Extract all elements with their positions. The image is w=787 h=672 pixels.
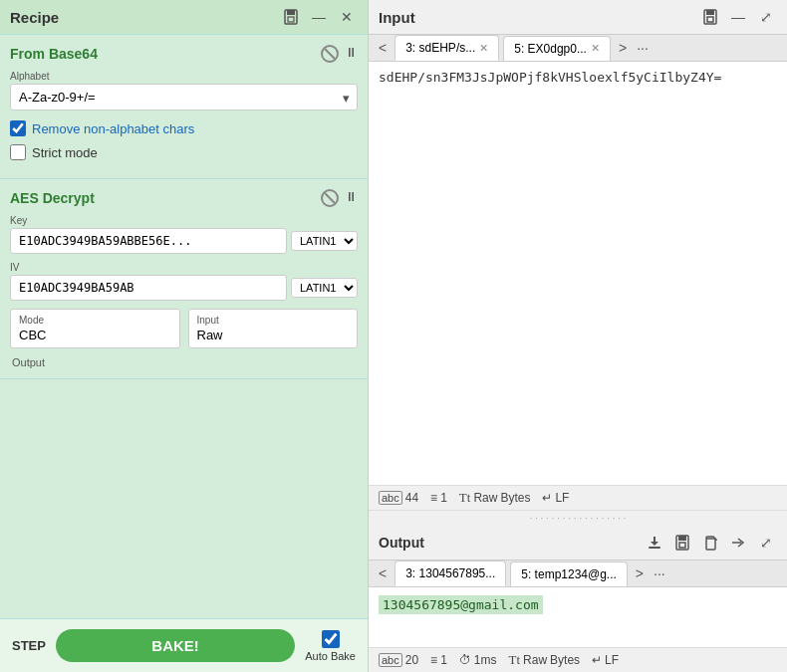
input-tabs-bar: < 3: sdEHP/s... ✕ 5: EX0dgp0... ✕ > ···	[369, 35, 787, 62]
input-tab-next[interactable]: >	[613, 36, 633, 60]
bottom-bar: STEP BAKE! Auto Bake	[0, 618, 368, 672]
pause-icon[interactable]: ⏸	[345, 45, 358, 63]
output-download-icon[interactable]	[644, 532, 665, 554]
key-field-group: Key LATIN1	[10, 215, 358, 254]
output-char-count: 20	[405, 653, 418, 667]
output-title: Output	[379, 535, 424, 551]
auto-bake-label[interactable]: Auto Bake	[305, 650, 356, 662]
output-content-area: 1304567895@gmail.com	[369, 587, 787, 647]
output-copy-icon[interactable]	[699, 532, 721, 554]
remove-nonalpha-label[interactable]: Remove non-alphabet chars	[32, 121, 194, 136]
iv-label: IV	[10, 262, 358, 273]
output-value: 1304567895@gmail.com	[379, 595, 543, 614]
key-label: Key	[10, 215, 358, 226]
svg-rect-8	[678, 536, 686, 541]
aes-header: AES Decrypt ⏸	[10, 189, 358, 207]
strict-mode-label[interactable]: Strict mode	[32, 145, 98, 160]
input-bytes-label: Bytes	[500, 491, 530, 505]
output-expand-icon[interactable]: ⤢	[755, 532, 777, 554]
output-save-icon[interactable]	[671, 532, 693, 554]
alphabet-select[interactable]: A-Za-z0-9+/=	[10, 84, 358, 111]
key-input[interactable]	[10, 228, 287, 254]
output-stat-lf: ↵ LF	[592, 653, 619, 667]
output-lf-icon: ↵	[592, 653, 602, 667]
output-time: 1ms	[474, 653, 497, 667]
mode-value: CBC	[19, 328, 171, 342]
input-value: Raw	[197, 328, 350, 342]
aes-disable-icon[interactable]	[321, 189, 339, 207]
strict-mode-checkbox[interactable]	[10, 144, 26, 160]
output-tt-icon: Tt	[508, 652, 520, 668]
output-tab-next[interactable]: >	[630, 561, 650, 585]
svg-rect-5	[707, 17, 713, 22]
right-panel: Input — ⤢ < 3: sdEHP/s... ✕ 5: EX0dgp0..…	[369, 0, 787, 672]
iv-input-row: LATIN1	[10, 275, 358, 301]
output-label: Output	[10, 356, 358, 368]
aes-pause-icon[interactable]: ⏸	[345, 189, 358, 207]
input-minimize-icon[interactable]: —	[727, 6, 749, 28]
auto-bake-checkbox[interactable]	[322, 630, 340, 648]
bake-button[interactable]: BAKE!	[56, 629, 295, 662]
divider-dots: · · · · · · · · · · · · · · · · · ·	[369, 511, 787, 526]
aes-icons: ⏸	[321, 189, 358, 207]
input-tab-3[interactable]: 3: sdEHP/s... ✕	[394, 35, 499, 61]
input-text-area[interactable]: sdEHP/sn3FM3JsJpWOPjf8kVHSloexlf5yCiIlby…	[369, 62, 787, 485]
input-tab-5-close[interactable]: ✕	[591, 42, 600, 55]
remove-nonalpha-row: Remove non-alphabet chars	[10, 120, 358, 136]
recipe-close-icon[interactable]: ✕	[336, 6, 358, 28]
iv-input[interactable]	[10, 275, 287, 301]
lines-icon: ≡	[430, 491, 437, 505]
input-tab-prev[interactable]: <	[373, 36, 393, 60]
input-expand-icon[interactable]: ⤢	[755, 6, 777, 28]
output-lines-icon: ≡	[430, 653, 437, 667]
input-tab-5[interactable]: 5: EX0dgp0... ✕	[503, 36, 611, 61]
svg-rect-9	[679, 543, 685, 548]
recipe-title: Recipe	[10, 9, 59, 26]
output-stats-bar: abc 20 ≡ 1 ⏱ 1ms Tt Raw Bytes ↵ LF	[369, 647, 787, 672]
key-input-row: LATIN1	[10, 228, 358, 254]
output-tab-more[interactable]: ···	[650, 561, 669, 585]
from-base64-title: From Base64	[10, 46, 98, 62]
from-base64-header: From Base64 ⏸	[10, 45, 358, 63]
output-tab-5[interactable]: 5: temp1234@g...	[510, 561, 628, 586]
input-label: Input	[197, 315, 350, 326]
remove-nonalpha-checkbox[interactable]	[10, 120, 26, 136]
from-base64-section: From Base64 ⏸ Alphabet A-Za-z0-9+/= Remo…	[0, 35, 368, 179]
recipe-save-icon[interactable]	[280, 6, 302, 28]
output-lf-label: LF	[605, 653, 619, 667]
mode-group: Mode CBC	[10, 309, 180, 348]
output-tab-5-label: 5: temp1234@g...	[521, 567, 617, 581]
svg-rect-1	[287, 10, 295, 15]
output-tab-3[interactable]: 3: 1304567895...	[394, 560, 506, 586]
output-new-input-icon[interactable]	[727, 532, 749, 554]
auto-bake-area[interactable]: Auto Bake	[305, 630, 356, 662]
tt-icon: Tt	[459, 490, 471, 506]
clock-icon: ⏱	[459, 653, 471, 667]
input-char-count: 44	[405, 491, 418, 505]
mode-input-row: Mode CBC Input Raw	[10, 309, 358, 348]
input-stat-lf: ↵ LF	[542, 491, 569, 505]
alphabet-label: Alphabet	[10, 71, 358, 82]
iv-encoding-select[interactable]: LATIN1	[291, 278, 358, 298]
output-stat-lines: ≡ 1	[430, 653, 447, 667]
step-label: STEP	[12, 638, 46, 653]
abc-icon: abc	[379, 491, 402, 505]
output-header-icons: ⤢	[644, 532, 777, 554]
output-bytes-label: Bytes	[550, 653, 580, 667]
input-save-icon[interactable]	[699, 6, 721, 28]
input-stat-raw: Tt Raw Bytes	[459, 490, 531, 506]
input-line-count: 1	[440, 491, 447, 505]
output-header: Output ⤢	[369, 526, 787, 560]
input-tab-3-close[interactable]: ✕	[479, 42, 488, 55]
input-tab-5-label: 5: EX0dgp0...	[514, 42, 587, 56]
output-line-count: 1	[440, 653, 447, 667]
iv-field-group: IV LATIN1	[10, 262, 358, 301]
input-stat-lines: ≡ 1	[430, 491, 447, 505]
strict-mode-row: Strict mode	[10, 144, 358, 160]
key-encoding-select[interactable]: LATIN1	[291, 231, 358, 251]
svg-rect-2	[288, 17, 294, 22]
recipe-minimize-icon[interactable]: —	[308, 6, 330, 28]
input-tab-more[interactable]: ···	[633, 36, 653, 60]
disable-icon[interactable]	[321, 45, 339, 63]
output-tab-prev[interactable]: <	[373, 561, 393, 585]
